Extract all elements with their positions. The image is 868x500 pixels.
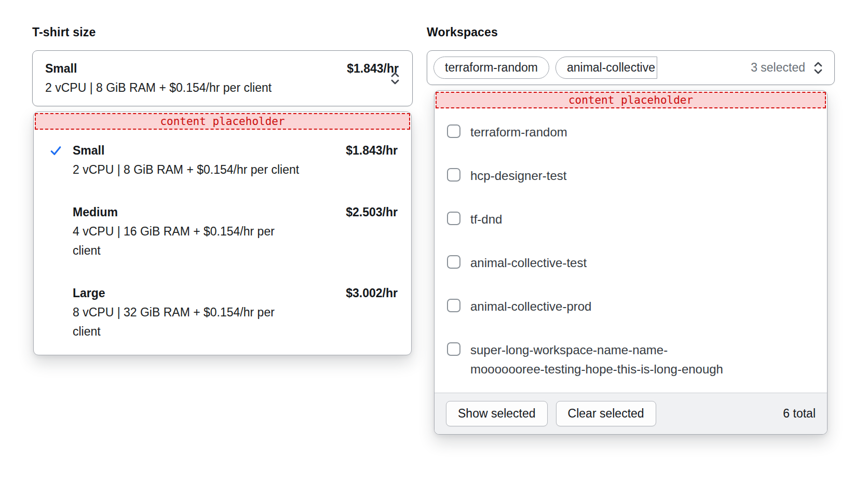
checkbox-unchecked[interactable] <box>447 342 460 356</box>
total-count-label: 6 total <box>783 407 816 421</box>
option-price: $1.843/hr <box>346 141 398 160</box>
content-placeholder-banner: content placeholder <box>436 92 826 108</box>
selected-count-label: 3 selected <box>743 61 805 75</box>
selected-size-description: 2 vCPU | 8 GiB RAM + $0.154/hr per clien… <box>45 78 305 98</box>
page: T-shirt size Small $1.843/hr 2 vCPU | 8 … <box>0 0 868 435</box>
workspace-option-tf-dnd[interactable]: tf-dnd <box>447 210 815 229</box>
workspace-option-animal-collective-prod[interactable]: animal-collective-prod <box>447 297 815 316</box>
option-large[interactable]: Large $3.002/hr 8 vCPU | 32 GiB RAM + $0… <box>34 284 411 341</box>
workspace-option-label: animal-collective-test <box>470 253 587 272</box>
workspace-option-label: hcp-designer-test <box>470 166 566 185</box>
workspaces-options-list: terraform-random hcp-designer-test tf-dn… <box>435 109 827 393</box>
option-price: $3.002/hr <box>346 284 398 303</box>
tshirt-options-list: Small $1.843/hr 2 vCPU | 8 GiB RAM + $0.… <box>34 131 411 355</box>
checkbox-unchecked[interactable] <box>447 299 460 312</box>
workspace-option-label: animal-collective-prod <box>470 297 591 316</box>
workspaces-dropdown: content placeholder terraform-random hcp… <box>434 90 828 435</box>
workspaces-section: Workspaces terraform-random animal-colle… <box>427 25 835 435</box>
check-placeholder <box>49 203 73 222</box>
option-description: 8 vCPU | 32 GiB RAM + $0.154/hr per clie… <box>73 303 304 341</box>
workspaces-label: Workspaces <box>427 25 835 39</box>
checkbox-unchecked[interactable] <box>447 124 460 138</box>
option-medium[interactable]: Medium $2.503/hr 4 vCPU | 16 GiB RAM + $… <box>34 203 411 260</box>
check-placeholder <box>49 284 73 303</box>
workspace-option-label: super-long-workspace-name-name- moooooor… <box>470 340 723 379</box>
checkbox-unchecked[interactable] <box>447 212 460 225</box>
chevrons-up-down-icon <box>389 71 401 86</box>
selected-size-title: Small <box>45 59 77 78</box>
option-price: $2.503/hr <box>346 203 398 222</box>
workspaces-dropdown-footer: Show selected Clear selected 6 total <box>435 393 827 434</box>
tag-terraform-random: terraform-random <box>433 57 549 79</box>
workspace-option-hcp-designer-test[interactable]: hcp-designer-test <box>447 166 815 185</box>
chevrons-up-down-icon <box>812 60 824 76</box>
tshirt-size-section: T-shirt size Small $1.843/hr 2 vCPU | 8 … <box>32 25 413 435</box>
checkbox-unchecked[interactable] <box>447 255 460 269</box>
tshirt-size-dropdown: content placeholder Small $1.843/hr 2 vC… <box>33 112 412 355</box>
workspace-option-terraform-random[interactable]: terraform-random <box>447 122 815 142</box>
workspace-option-animal-collective-test[interactable]: animal-collective-test <box>447 253 815 272</box>
tshirt-trigger-row: Small $1.843/hr <box>45 59 379 78</box>
show-selected-button[interactable]: Show selected <box>446 401 548 426</box>
tshirt-size-label: T-shirt size <box>32 25 413 39</box>
check-icon <box>49 141 73 160</box>
checkbox-unchecked[interactable] <box>447 168 460 182</box>
workspace-option-label-line2: mooooooree-testing-hope-this-is-long-eno… <box>470 359 723 379</box>
tag-animal-collective: animal-collective <box>555 57 657 79</box>
clear-selected-button[interactable]: Clear selected <box>556 401 656 426</box>
option-small[interactable]: Small $1.843/hr 2 vCPU | 8 GiB RAM + $0.… <box>34 141 411 179</box>
option-description: 2 vCPU | 8 GiB RAM + $0.154/hr per clien… <box>73 160 304 179</box>
option-title: Large <box>73 284 346 303</box>
option-title: Medium <box>73 203 346 222</box>
option-title: Small <box>73 141 346 160</box>
workspaces-multiselect-trigger[interactable]: terraform-random animal-collective 3 sel… <box>427 50 835 85</box>
content-placeholder-banner: content placeholder <box>35 113 410 130</box>
workspace-option-label-line1: super-long-workspace-name-name- <box>470 340 723 359</box>
workspace-option-label: tf-dnd <box>470 210 502 229</box>
tshirt-size-select-trigger[interactable]: Small $1.843/hr 2 vCPU | 8 GiB RAM + $0.… <box>32 50 413 106</box>
workspace-option-label: terraform-random <box>470 122 567 142</box>
workspace-option-super-long-workspace[interactable]: super-long-workspace-name-name- moooooor… <box>447 340 815 379</box>
option-description: 4 vCPU | 16 GiB RAM + $0.154/hr per clie… <box>73 222 304 260</box>
